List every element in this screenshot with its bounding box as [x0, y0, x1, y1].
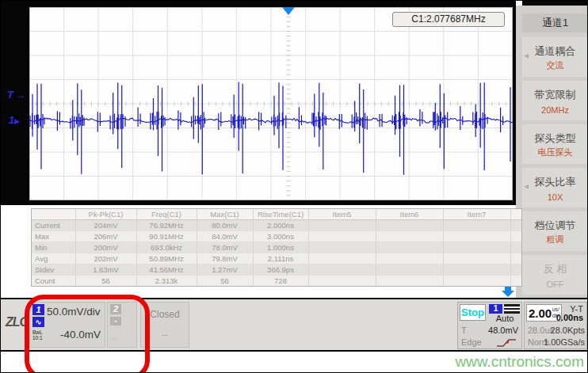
status-bar: ZLG® 1 ∿ BwL10:1 50.0mV/div -40.0mV 2 - …: [1, 298, 588, 352]
trigger-marker-label: T: [7, 89, 13, 101]
measurement-cell: [376, 276, 443, 287]
menu-item-label: 带宽限制: [522, 88, 588, 102]
channel2-badge: 2: [110, 304, 121, 314]
measurement-cell: 206mV: [75, 231, 136, 242]
column-header: Pk-Pk(C1): [75, 209, 136, 220]
measurement-cell: 2.313k: [136, 276, 197, 287]
table-row: Current204mV76.92MHz80.0mV2.000ns: [32, 220, 522, 231]
bandwidth-probe-label: BwL10:1: [32, 329, 43, 341]
measurement-cell: [308, 276, 376, 287]
ac-coupling-icon: ∿: [32, 317, 44, 327]
measurement-cell: [376, 253, 443, 265]
channel1-status-block[interactable]: 1 ∿ BwL10:1 50.0mV/div -40.0mV: [29, 302, 105, 348]
menu-item-value: 20MHz: [522, 105, 588, 115]
column-header: Max(C1): [197, 209, 253, 220]
menu-item-label: 探头类型: [522, 131, 588, 146]
trigger-pattern-icon: [504, 304, 520, 314]
measurement-cell: 204mV: [75, 220, 136, 231]
record-points: 28.0Kpts: [551, 325, 585, 335]
frequency-counter-readout: C1:2.077687MHz: [392, 12, 505, 27]
menu-item-2[interactable]: 带宽限制20MHz: [522, 81, 588, 120]
menu-title: 通道1: [522, 13, 588, 32]
measurement-cell: [308, 231, 376, 242]
channel1-offset: -40.0mV: [60, 329, 101, 341]
menu-item-1[interactable]: ◃通道耦合交流: [522, 37, 588, 77]
trigger-source-badge: 1: [489, 304, 502, 314]
measurement-cell: [376, 220, 443, 231]
measurement-cell: [376, 231, 443, 242]
channel2-state-label: Closed: [141, 309, 189, 320]
measurement-cell: [510, 242, 522, 253]
measurement-cell: [376, 265, 443, 276]
measurement-cell: 2.111ns: [253, 253, 308, 265]
trigger-mode[interactable]: Auto: [489, 314, 521, 323]
channel1-badge: 1: [32, 304, 44, 315]
column-header: Item8: [510, 209, 522, 220]
trigger-status-block: Stop 1 Auto T 48.0mV Edge: [457, 302, 522, 349]
measurement-cell: [510, 231, 522, 242]
channel2-status-block[interactable]: 2 - -:-: [107, 302, 137, 348]
watermark: www.cntronics.com: [455, 353, 584, 371]
measurement-cell: 76.92MHz: [136, 220, 197, 231]
measurement-cell: 366.9ps: [253, 265, 308, 276]
measurement-cell: [376, 242, 443, 253]
table-row: Stdev1.63mV41.56MHz1.27mV366.9ps: [32, 265, 522, 276]
measurement-cell: [443, 231, 510, 242]
menu-item-value: 交流: [522, 59, 588, 71]
measurement-cell: 3.000ns: [253, 231, 308, 242]
scroll-down-icon[interactable]: [502, 287, 514, 297]
menu-item-label: 档位调节: [522, 219, 588, 233]
measurement-cell: [510, 220, 522, 231]
menu-item-3[interactable]: 探头类型电压探头: [522, 124, 588, 164]
measurement-cell: 1.63mV: [75, 265, 136, 276]
measurement-cell: 41.56MHz: [136, 265, 197, 276]
measurement-cell: 693.0kHz: [136, 242, 197, 253]
row-label: Avg: [32, 253, 75, 265]
table-header-row: Pk-Pk(C1)Freq(C1)Max(C1)RiseTime(C1)Item…: [32, 209, 522, 220]
measurement-cell: [443, 265, 510, 276]
menu-item-5[interactable]: 档位调节粗调: [522, 211, 588, 251]
menu-item-label: 通道耦合: [522, 44, 588, 59]
timebase-status-block: 2.00 us/div Y-T 0.00ns 28.0us 28.0Kpts N…: [524, 302, 587, 349]
trigger-level-marker[interactable]: T →: [7, 89, 26, 101]
measurement-cell: 56: [75, 276, 136, 287]
menu-item-value: 电压探头: [522, 147, 588, 158]
run-stop-button[interactable]: Stop: [460, 304, 486, 321]
menu-item-4[interactable]: ◃探头比率10X: [522, 168, 588, 207]
menu-item-label: 反 相: [522, 262, 588, 276]
measurement-table: Pk-Pk(C1)Freq(C1)Max(C1)RiseTime(C1)Item…: [31, 208, 522, 287]
waveform-grid: C1:2.077687MHz: [29, 7, 513, 200]
waveform-frame: T → 1▶ C1:2.077687MHz: [1, 1, 516, 205]
menu-item-6[interactable]: 反 相OFF: [522, 255, 588, 295]
menu-items: ◃通道耦合交流带宽限制20MHz探头类型电压探头◃探头比率10X档位调节粗调反 …: [522, 37, 588, 299]
arrow-head: [502, 291, 514, 297]
row-label: Stdev: [32, 265, 75, 276]
measurement-cell: 50.89MHz: [136, 253, 197, 265]
row-label: Count: [32, 276, 75, 287]
measurement-cell: 79.8mV: [197, 253, 253, 265]
column-header: Item7: [443, 209, 510, 220]
trigger-level-value: 48.0mV: [488, 325, 518, 335]
measurement-cell: 84.0mV: [197, 231, 253, 242]
measurement-cell: [443, 220, 510, 231]
measurement-cell: [443, 276, 510, 287]
column-header: Freq(C1): [136, 209, 197, 220]
channel1-ground-marker[interactable]: 1▶: [9, 114, 20, 126]
timebase-scale: 2.00: [529, 306, 552, 320]
channel2-state-value: --: [141, 329, 189, 339]
channel2-state-block[interactable]: Closed --: [140, 302, 189, 348]
horizontal-offset: 0.00ns: [556, 313, 583, 322]
measurement-cell: [443, 242, 510, 253]
measurement-cell: 728: [253, 276, 308, 287]
rising-edge-icon: [496, 337, 517, 348]
column-header: RiseTime(C1): [253, 209, 308, 220]
trigger-type: Edge: [461, 337, 482, 347]
menu-item-value: 粗调: [522, 234, 588, 245]
row-label: Max: [32, 231, 75, 242]
corner-cell: [32, 209, 75, 220]
table-row: Max206mV90.91MHz84.0mV3.000ns: [32, 231, 522, 242]
channel1-scale: 50.0mV/div: [47, 306, 101, 318]
measurement-cell: 56: [197, 276, 253, 287]
measurement-cell: 80.0mV: [197, 220, 253, 231]
measurement-cell: 1.000ns: [253, 242, 308, 253]
